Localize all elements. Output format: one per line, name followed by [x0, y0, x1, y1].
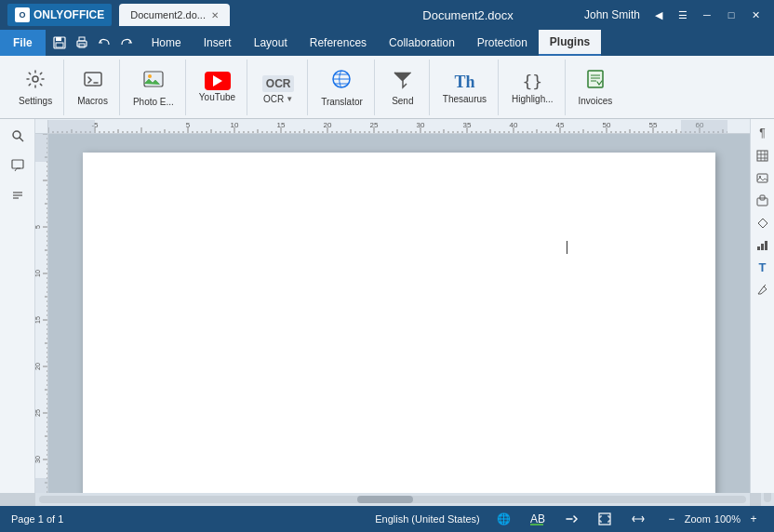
- tab-close-icon[interactable]: ✕: [211, 10, 219, 20]
- fit-width-icon[interactable]: [629, 510, 647, 528]
- highlight-icon: {}: [522, 71, 542, 92]
- title-bar: O ONLYOFFICE Document2.do... ✕ Document2…: [0, 0, 774, 30]
- right-sidebar-handwriting-icon[interactable]: [753, 279, 773, 299]
- invoices-button[interactable]: Invoices: [573, 62, 619, 113]
- window-controls: ◀ ☰ ─ □ ✕: [647, 7, 767, 23]
- send-icon: [393, 69, 413, 94]
- quick-access-area: File Home Insert Layout References Colla…: [0, 30, 774, 56]
- youtube-group: YouTube: [188, 60, 247, 115]
- horizontal-scroll-thumb[interactable]: [357, 496, 413, 503]
- zoom-percent: 100%: [714, 513, 741, 525]
- save-button[interactable]: [49, 33, 70, 53]
- document-tab[interactable]: Document2.do... ✕: [119, 4, 230, 26]
- right-sidebar-shape-icon[interactable]: [753, 190, 773, 210]
- menu-home[interactable]: Home: [140, 30, 193, 56]
- horizontal-scroll-track[interactable]: [39, 496, 746, 503]
- translator-group: Translator: [310, 60, 375, 115]
- thesaurus-group: Th Thesaurus: [432, 60, 499, 115]
- menu-references[interactable]: References: [299, 30, 378, 56]
- svg-rect-32: [761, 244, 764, 250]
- zoom-control: − Zoom 100% +: [662, 510, 763, 528]
- fit-page-icon[interactable]: [595, 510, 614, 528]
- sidebar-comment-icon[interactable]: [5, 153, 31, 179]
- right-sidebar-image-icon[interactable]: [753, 167, 773, 188]
- invoices-icon: [585, 69, 606, 94]
- svg-line-16: [20, 138, 23, 141]
- page-info: Page 1 of 1: [11, 513, 63, 525]
- sidebar-right: ¶ T: [750, 119, 774, 493]
- zoom-out-button[interactable]: −: [662, 510, 681, 528]
- right-sidebar-chart-icon[interactable]: [753, 234, 773, 255]
- status-bar: Page 1 of 1 English (United States) 🌐 AB…: [0, 506, 774, 532]
- translator-label: Translator: [321, 97, 363, 107]
- track-changes-icon[interactable]: [562, 510, 580, 528]
- sidebar-search-icon[interactable]: [5, 123, 31, 149]
- svg-rect-2: [56, 43, 63, 47]
- redo-button[interactable]: [116, 33, 137, 53]
- send-button[interactable]: Send: [382, 62, 423, 113]
- menu-layout[interactable]: Layout: [243, 30, 299, 56]
- invoices-label: Invoices: [579, 96, 613, 106]
- youtube-icon: [205, 72, 231, 90]
- translator-icon: [330, 68, 353, 95]
- horizontal-scrollbar[interactable]: [35, 493, 750, 506]
- menu-button[interactable]: ☰: [672, 7, 694, 23]
- settings-button[interactable]: Settings: [13, 62, 58, 113]
- photo-editor-button[interactable]: Photo E...: [127, 62, 180, 113]
- spell-check-icon[interactable]: ABC: [528, 510, 547, 528]
- settings-group: Settings: [7, 60, 64, 115]
- sidebar-paragraph-icon[interactable]: [5, 182, 31, 208]
- zoom-in-button[interactable]: +: [744, 510, 763, 528]
- thesaurus-button[interactable]: Th Thesaurus: [437, 62, 492, 113]
- minimize-button[interactable]: ─: [696, 7, 718, 23]
- svg-rect-31: [757, 246, 760, 250]
- svg-line-34: [764, 285, 766, 286]
- highlight-button[interactable]: {} Highligh...: [506, 62, 558, 113]
- thesaurus-icon: Th: [454, 71, 474, 92]
- vertical-ruler: [35, 134, 48, 493]
- app-logo[interactable]: O ONLYOFFICE: [7, 4, 112, 26]
- plugins-ribbon: Settings Macros: [0, 56, 774, 119]
- send-label: Send: [392, 96, 413, 106]
- document-page[interactable]: [83, 153, 715, 493]
- ruler-area: [35, 119, 750, 134]
- svg-rect-33: [765, 241, 767, 250]
- right-sidebar-paragraph-icon[interactable]: ¶: [753, 123, 773, 143]
- language-info: English (United States): [375, 513, 480, 525]
- document-area[interactable]: [48, 134, 750, 493]
- language-globe-icon[interactable]: 🌐: [495, 510, 514, 528]
- print-button[interactable]: [72, 33, 92, 53]
- right-sidebar-signature-icon[interactable]: [753, 212, 773, 233]
- ocr-button[interactable]: OCR OCR ▼: [255, 62, 301, 113]
- right-sidebar-table-icon[interactable]: [753, 145, 773, 166]
- menu-insert[interactable]: Insert: [193, 30, 243, 56]
- user-name: John Smith: [584, 8, 640, 21]
- maximize-button[interactable]: □: [720, 7, 742, 23]
- text-cursor: [567, 241, 567, 254]
- menu-plugins[interactable]: Plugins: [539, 30, 601, 56]
- highlight-group: {} Highligh...: [500, 60, 565, 115]
- send-group: Send: [377, 60, 430, 115]
- nav-back-button[interactable]: ◀: [647, 7, 670, 23]
- close-button[interactable]: ✕: [744, 7, 767, 23]
- svg-rect-37: [599, 513, 610, 525]
- youtube-button[interactable]: YouTube: [194, 62, 241, 113]
- translator-button[interactable]: Translator: [315, 62, 368, 113]
- tab-area: Document2.do... ✕: [119, 4, 352, 26]
- sidebar-left: [0, 119, 35, 493]
- svg-point-6: [33, 76, 38, 82]
- photo-editor-group: Photo E...: [122, 60, 186, 115]
- menu-collaboration[interactable]: Collaboration: [378, 30, 466, 56]
- macros-button[interactable]: Macros: [72, 62, 113, 113]
- menu-protection[interactable]: Protection: [466, 30, 539, 56]
- svg-rect-21: [757, 151, 767, 161]
- file-menu-button[interactable]: File: [0, 30, 46, 56]
- invoices-group: Invoices: [567, 60, 624, 115]
- youtube-label: YouTube: [199, 92, 235, 102]
- svg-point-15: [13, 131, 20, 139]
- ocr-icon: OCR: [262, 71, 295, 92]
- right-sidebar-text-icon[interactable]: T: [753, 257, 773, 277]
- svg-text:ABC: ABC: [530, 512, 545, 525]
- tab-title: Document2.do...: [130, 9, 206, 20]
- undo-button[interactable]: [94, 33, 114, 53]
